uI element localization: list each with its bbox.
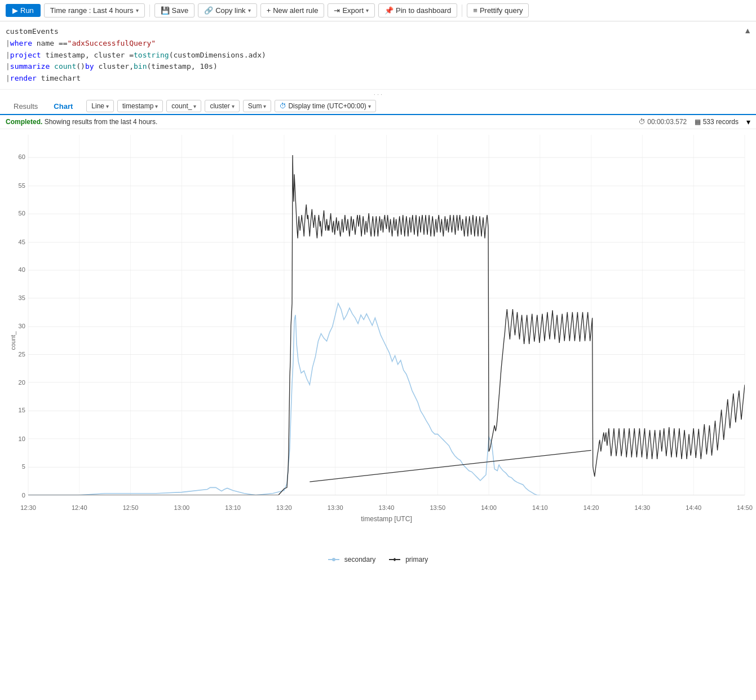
- grid-icon: ▦: [695, 118, 701, 126]
- chevron-down-icon: ▾: [248, 7, 251, 14]
- export-icon: ⇥: [334, 6, 340, 15]
- status-message: Completed. Showing results from the last…: [6, 118, 157, 126]
- svg-point-60: [332, 558, 335, 561]
- svg-text:12:30: 12:30: [20, 504, 36, 510]
- copy-link-button[interactable]: 🔗 Copy link ▾: [198, 3, 257, 17]
- svg-text:55: 55: [19, 182, 25, 189]
- svg-text:13:20: 13:20: [276, 504, 292, 510]
- code-line-5: | render timechart: [6, 73, 750, 85]
- legend-secondary-label: secondary: [344, 556, 375, 563]
- svg-text:25: 25: [19, 350, 25, 357]
- chevron-down-icon: ▾: [232, 103, 235, 109]
- collapse-button[interactable]: ▲: [744, 26, 751, 35]
- chart-legend: secondary primary: [0, 552, 756, 568]
- chevron-down-icon: ▾: [368, 103, 371, 109]
- chart-inner: 0 5 10 15 20 25 30 35 40 45 50 55 60 12:…: [28, 135, 745, 518]
- sum-button[interactable]: Sum ▾: [243, 100, 272, 112]
- y-axis-label: count_: [10, 331, 16, 350]
- code-line-4: | summarize count () by cluster, bin (ti…: [6, 61, 750, 73]
- prettify-button[interactable]: ≡ Prettify query: [467, 3, 529, 17]
- tab-chart[interactable]: Chart: [46, 99, 81, 115]
- tabs-bar: Results Chart Line ▾ timestamp ▾ count_ …: [0, 99, 756, 115]
- legend-secondary-icon: [328, 557, 342, 562]
- cluster-button[interactable]: cluster ▾: [205, 100, 239, 112]
- chevron-down-icon: ▾: [155, 103, 158, 109]
- clock-icon: ⏱: [280, 102, 286, 110]
- pin-button[interactable]: 📌 Pin to dashboard: [378, 3, 457, 17]
- code-dots[interactable]: · · ·: [0, 90, 756, 99]
- svg-text:timestamp [UTC]: timestamp [UTC]: [361, 515, 412, 523]
- chevron-down-icon: ▾: [106, 103, 109, 109]
- legend-primary-label: primary: [405, 556, 428, 563]
- tab-results[interactable]: Results: [6, 99, 46, 115]
- svg-text:12:40: 12:40: [72, 504, 87, 510]
- chart-controls: Line ▾ timestamp ▾ count_ ▾ cluster ▾ Su…: [86, 100, 375, 112]
- display-time-button[interactable]: ⏱ Display time (UTC+00:00) ▾: [275, 100, 375, 112]
- records-display: ▦ 533 records: [695, 118, 739, 126]
- chart-container: count_ 0: [0, 129, 756, 552]
- svg-text:13:30: 13:30: [328, 504, 343, 510]
- code-line-1: customEvents: [6, 26, 750, 38]
- svg-text:14:30: 14:30: [635, 504, 651, 510]
- svg-text:13:10: 13:10: [225, 504, 241, 510]
- svg-text:20: 20: [19, 379, 25, 386]
- legend-primary-icon: [389, 557, 403, 562]
- line-type-button[interactable]: Line ▾: [86, 100, 114, 112]
- code-line-2: | where name == "adxSuccessfulQuery": [6, 38, 750, 50]
- prettify-icon: ≡: [473, 6, 478, 15]
- run-button[interactable]: ▶ Run: [6, 4, 41, 17]
- legend-secondary: secondary: [328, 556, 375, 563]
- expand-button[interactable]: ▾: [746, 117, 750, 126]
- svg-text:12:50: 12:50: [123, 504, 139, 510]
- play-icon: ▶: [12, 6, 18, 15]
- pin-icon: 📌: [384, 6, 394, 15]
- toolbar: ▶ Run Time range : Last 4 hours ▾ 💾 Save…: [0, 0, 756, 21]
- svg-text:50: 50: [19, 210, 25, 217]
- svg-text:14:50: 14:50: [737, 504, 753, 510]
- svg-text:13:50: 13:50: [430, 504, 445, 510]
- count-button[interactable]: count_ ▾: [166, 100, 201, 112]
- status-right: ⏱ 00:00:03.572 ▦ 533 records ▾: [639, 117, 750, 126]
- svg-text:40: 40: [19, 266, 25, 273]
- code-line-3: | project timestamp, cluster = tostring …: [6, 50, 750, 61]
- legend-primary: primary: [389, 556, 428, 563]
- chevron-down-icon: ▾: [366, 7, 369, 14]
- link-icon: 🔗: [204, 6, 213, 15]
- svg-text:14:20: 14:20: [583, 504, 599, 510]
- copy-link-label: Copy link: [215, 6, 245, 15]
- chevron-down-icon: ▾: [193, 103, 196, 109]
- svg-line-58: [310, 450, 591, 482]
- svg-text:0: 0: [22, 492, 25, 499]
- svg-text:30: 30: [19, 323, 25, 329]
- status-bar: Completed. Showing results from the last…: [0, 115, 756, 129]
- alert-icon: +: [267, 6, 271, 15]
- svg-text:14:40: 14:40: [686, 504, 701, 510]
- timestamp-button[interactable]: timestamp ▾: [117, 100, 163, 112]
- svg-text:14:10: 14:10: [532, 504, 548, 510]
- chart-svg: 0 5 10 15 20 25 30 35 40 45 50 55 60 12:…: [28, 135, 745, 518]
- svg-text:13:40: 13:40: [379, 504, 395, 510]
- svg-text:35: 35: [19, 294, 25, 301]
- svg-text:45: 45: [19, 239, 25, 245]
- code-editor[interactable]: customEvents | where name == "adxSuccess…: [0, 21, 756, 90]
- duration-display: ⏱ 00:00:03.572: [639, 118, 687, 126]
- code-text: customEvents: [6, 26, 59, 38]
- chevron-down-icon: ▾: [263, 103, 266, 109]
- chevron-down-icon: ▾: [136, 7, 139, 14]
- svg-text:10: 10: [19, 435, 25, 442]
- timer-icon: ⏱: [639, 118, 646, 126]
- svg-text:60: 60: [19, 153, 25, 160]
- svg-text:13:00: 13:00: [174, 504, 189, 510]
- svg-text:14:00: 14:00: [481, 504, 497, 510]
- svg-text:5: 5: [22, 463, 25, 470]
- new-alert-button[interactable]: + New alert rule: [260, 3, 325, 17]
- save-button[interactable]: 💾 Save: [154, 3, 195, 17]
- time-range-label: Time range : Last 4 hours: [50, 6, 134, 15]
- time-range-button[interactable]: Time range : Last 4 hours ▾: [44, 3, 145, 17]
- divider: [462, 5, 462, 17]
- export-button[interactable]: ⇥ Export ▾: [328, 3, 375, 17]
- save-icon: 💾: [161, 6, 170, 15]
- divider: [149, 5, 150, 17]
- svg-text:15: 15: [19, 407, 25, 413]
